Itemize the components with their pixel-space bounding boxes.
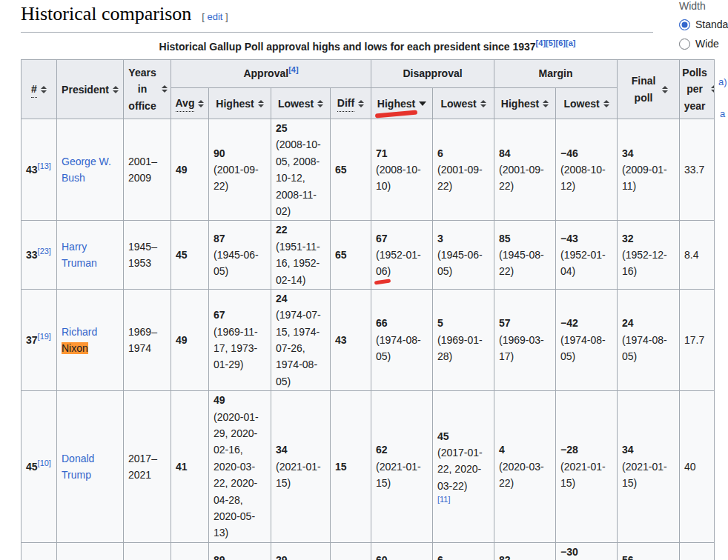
- cell-number: 45[10]: [21, 391, 57, 543]
- citation-link[interactable]: [4]: [288, 66, 298, 75]
- president-link[interactable]: Richard: [62, 326, 97, 338]
- cell-number: 37[19]: [21, 289, 57, 390]
- bracket: [: [202, 11, 205, 22]
- bracket: ]: [225, 11, 228, 22]
- sort-icon: [162, 85, 168, 93]
- cell-approval-diff: 65: [331, 119, 371, 221]
- cell-approval-highest: 89(1991-02-28): [209, 542, 271, 560]
- citation-link[interactable]: [11]: [437, 495, 451, 504]
- page-title: Historical comparison: [21, 3, 191, 24]
- citation-link[interactable]: [10]: [38, 459, 51, 467]
- cell-margin-highest: 85(1945-08-22): [494, 221, 556, 290]
- cell-approval-lowest: 25(2008-10-05, 2008-10-12, 2008-11-02): [271, 119, 331, 221]
- edit-section: [ edit ]: [202, 11, 228, 22]
- col-header-approval-lowest[interactable]: Lowest: [271, 88, 331, 119]
- col-header-margin-lowest[interactable]: Lowest: [556, 88, 618, 119]
- col-header-final-poll[interactable]: Final poll: [618, 60, 680, 119]
- cell-disapproval-lowest: 6(2001-09-22): [433, 119, 494, 221]
- col-header-president-label: President: [62, 81, 109, 98]
- cell-approval-diff: 65: [331, 221, 371, 290]
- cell-approval-lowest: 24(1974-07-15, 1974-07-26, 1974-08-05): [271, 289, 331, 390]
- citation-link[interactable]: [6]: [556, 39, 566, 47]
- cell-disapproval-highest: 67(1952-01-06): [371, 221, 433, 290]
- group-header-margin: Margin: [494, 60, 618, 88]
- cell-approval-diff: 15: [331, 391, 371, 543]
- cell-approval-diff: 43: [331, 289, 371, 390]
- caption-text: Historical Gallup Poll approval highs an…: [159, 41, 536, 53]
- radio-option-standard[interactable]: Standard: [679, 19, 728, 30]
- cell-approval-lowest: 34(2021-01-15): [271, 391, 331, 543]
- cell-approval-highest: 87(1945-06-05): [209, 221, 271, 290]
- sort-icon: [258, 100, 264, 107]
- col-header-years-label: Years in office: [127, 64, 158, 114]
- cell-number: 33[23]: [21, 221, 57, 290]
- cell-disapproval-highest: 62(2021-01-15): [371, 391, 433, 543]
- cell-president: Donald Trump: [57, 391, 124, 543]
- section-heading: Historical comparison [ edit ]: [21, 3, 228, 25]
- citation-link[interactable]: [23]: [38, 247, 51, 256]
- cell-disapproval-lowest: 3(1945-06-05): [433, 221, 494, 290]
- citation-link[interactable]: [4]: [536, 39, 546, 47]
- citation-link[interactable]: [13]: [38, 161, 51, 170]
- cell-approval-highest: 67(1969-11-17, 1973-01-29): [209, 289, 271, 390]
- cell-approval-highest: 90(2001-09-22): [209, 119, 271, 221]
- cell-disapproval-highest: 60(1992-07-31): [371, 542, 433, 560]
- table-caption: Historical Gallup Poll approval highs an…: [21, 39, 714, 53]
- cell-approval-highest: 49(2020-01-29, 2020-02-16, 2020-03-22, 2…: [209, 391, 271, 543]
- president-link[interactable]: Harry Truman: [62, 241, 97, 269]
- group-header-disapproval: Disapproval: [371, 60, 494, 88]
- cell-margin-highest: 57(1969-03-17): [494, 289, 556, 390]
- sort-icon: [113, 86, 119, 93]
- col-header-margin-highest[interactable]: Highest: [494, 88, 556, 119]
- cell-disapproval-highest: 71(2008-10-10): [371, 119, 433, 221]
- sort-icon: [603, 100, 609, 107]
- cell-disapproval-lowest: 45(2017-01-22, 2020-03-22)[11]: [433, 391, 494, 543]
- col-header-approval-diff[interactable]: Diff: [331, 88, 371, 119]
- col-header-years[interactable]: Years in office: [124, 60, 171, 119]
- sort-icon: [662, 86, 668, 93]
- radio-label-standard: Standard: [695, 19, 728, 30]
- cell-number: 41[15]: [21, 542, 57, 560]
- cell-disapproval-highest: 66(1974-08-05): [371, 289, 433, 390]
- cell-president: Harry Truman: [57, 221, 124, 290]
- col-header-president[interactable]: President: [57, 60, 124, 119]
- search-highlight: Nixon: [62, 342, 88, 354]
- col-header-disapproval-lowest[interactable]: Lowest: [433, 88, 494, 119]
- col-header-approval-avg[interactable]: Avg: [171, 88, 209, 119]
- table-row: 45[10] Donald Trump 2017–2021 41 49(2020…: [21, 391, 715, 543]
- citation-link[interactable]: [5]: [546, 39, 555, 47]
- president-link[interactable]: Donald Trump: [62, 453, 94, 481]
- col-header-number[interactable]: #: [21, 60, 57, 119]
- cell-president: George H. W. Bush: [57, 542, 124, 560]
- cell-final-poll: 34(2009-01-11): [618, 119, 680, 221]
- president-link[interactable]: George W. Bush: [62, 156, 111, 184]
- cell-approval-avg: 61: [171, 542, 209, 560]
- cell-approval-lowest: 29(1992-08-02): [271, 542, 331, 560]
- cell-final-poll: 34(2021-01-15): [618, 391, 680, 543]
- cell-final-poll: 24(1974-08-05): [618, 289, 680, 390]
- col-header-approval-highest[interactable]: Highest: [209, 88, 271, 119]
- citation-link[interactable]: [19]: [38, 332, 51, 341]
- cell-polls-per-year: 33.7: [680, 119, 715, 221]
- presidents-table: # President Years in office Approval[4] …: [21, 59, 715, 560]
- col-header-polls-per-year-label: Polls per year: [682, 64, 707, 114]
- cell-polls-per-year: 8.4: [680, 221, 715, 290]
- width-panel-label: Width: [679, 0, 728, 12]
- cell-polls-per-year: 40: [680, 391, 715, 543]
- cell-approval-diff: 60: [331, 542, 371, 560]
- clipped-text-fragment: a): [718, 76, 727, 87]
- cell-final-poll: 56(1993-01-11): [618, 542, 680, 560]
- cell-polls-per-year: 17.7: [680, 289, 715, 390]
- cell-margin-highest: 4(2020-03-22): [494, 391, 556, 543]
- cell-margin-lowest: −28(2021-01-15): [556, 391, 618, 543]
- cell-approval-lowest: 22(1951-11-16, 1952-02-14): [271, 221, 331, 290]
- cell-years: 2017–2021: [124, 391, 171, 543]
- col-header-final-poll-label: Final poll: [629, 73, 658, 106]
- group-header-approval: Approval[4]: [171, 60, 371, 88]
- citation-link[interactable]: [a]: [566, 39, 575, 47]
- cell-approval-avg: 49: [171, 289, 209, 390]
- sort-icon: [41, 86, 47, 93]
- radio-selected-icon: [679, 19, 690, 30]
- edit-link[interactable]: edit: [207, 11, 222, 22]
- col-header-polls-per-year[interactable]: Polls per year: [680, 60, 715, 119]
